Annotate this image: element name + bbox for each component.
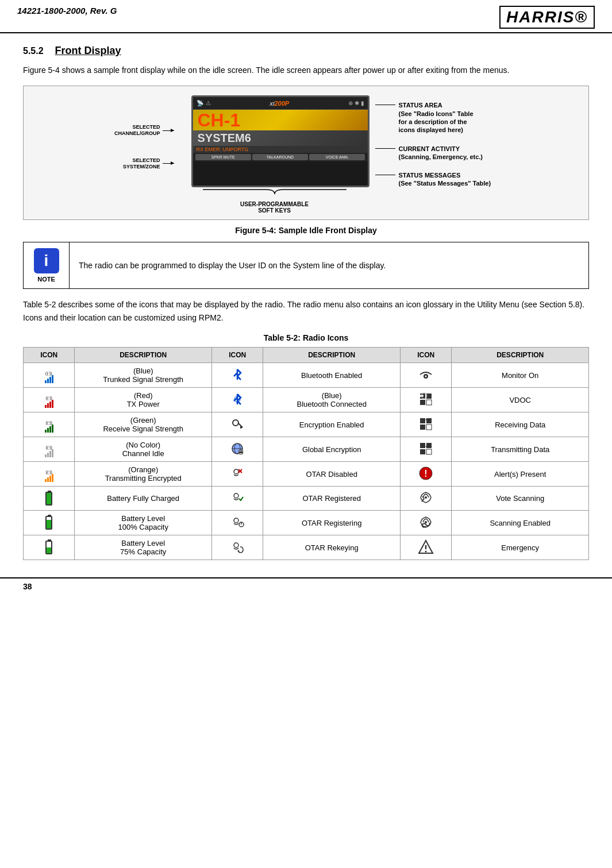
page-header: 14221-1800-2000, Rev. G HARRIS®	[0, 0, 612, 33]
screen-logo: Xl200P	[270, 100, 289, 107]
desc-cell-2: OTAR Rekeying	[263, 535, 401, 560]
icon-cell-1	[24, 535, 75, 560]
svg-rect-28	[426, 449, 432, 454]
right-labels: STATUS AREA(See "Radio Icons" Tablefor a…	[375, 95, 502, 198]
left-label-system: SELECTEDSYSTEM/ZONE	[111, 157, 174, 170]
icon-cell-2	[211, 388, 263, 412]
desc-cell-3: Receiving Data	[452, 412, 589, 437]
brace-bottom	[180, 188, 369, 199]
channel-arrow	[163, 130, 174, 131]
desc-cell-2: Bluetooth Enabled	[263, 363, 401, 388]
screen-icons: 📡 ⚠	[197, 100, 211, 106]
screen-soft-keys: SPKR MUTE TALKAROUND VOICE ANN.	[193, 153, 368, 161]
desc-cell-2: OTAR Registering	[263, 511, 401, 535]
icon-cell-2	[211, 437, 263, 462]
desc-cell-1: (Red)TX Power	[75, 388, 212, 412]
icon-cell-3	[400, 437, 451, 462]
desc-cell-3: Transmitting Data	[452, 437, 589, 462]
status-messages-line	[375, 175, 395, 175]
icon-cell-1: ((·))	[24, 388, 75, 412]
icon-cell-1: ((·))	[24, 437, 75, 462]
th-icon2: ICON	[211, 348, 263, 363]
radio-screen: 📡 ⚠ Xl200P ⊕ ✱ ▮	[191, 95, 369, 187]
desc-cell-2: OTAR Disabled	[263, 462, 401, 487]
right-label-current-activity: CURRENT ACTIVITY(Scanning, Emergency, et…	[375, 145, 502, 161]
table-row: ((·)) (Red)TX Power (Blue)Bluetooth Conn…	[24, 388, 589, 412]
screen-top-bar: 📡 ⚠ Xl200P ⊕ ✱ ▮	[193, 97, 368, 110]
svg-point-39	[425, 521, 427, 523]
icon-cell-2	[211, 511, 263, 535]
svg-point-34	[425, 496, 427, 499]
icon-cell-3: !	[400, 462, 451, 487]
svg-point-30	[234, 469, 238, 474]
th-desc2: DESCRIPTION	[263, 348, 401, 363]
status-area-line	[375, 105, 395, 105]
icon-cell-3	[400, 363, 451, 388]
note-box: i NOTE The radio can be programmed to di…	[23, 242, 589, 289]
desc-cell-1: Battery Level100% Capacity	[75, 511, 212, 535]
circle-icon: ⊕	[348, 100, 353, 106]
page-content: 5.5.2 Front Display Figure 5-4 shows a s…	[0, 33, 612, 577]
soft-key-2[interactable]: TALKAROUND	[252, 154, 308, 160]
section-title: Front Display	[55, 45, 121, 57]
svg-point-33	[234, 493, 238, 498]
svg-rect-17	[426, 425, 432, 430]
note-label: NOTE	[37, 276, 55, 283]
table-header-row: ICON DESCRIPTION ICON DESCRIPTION ICON D…	[24, 348, 589, 363]
soft-keys-label: USER-PROGRAMMABLESOFT KEYS	[180, 201, 369, 214]
soft-key-3[interactable]: VOICE ANN.	[309, 154, 365, 160]
brace-svg	[191, 188, 358, 199]
icon-cell-3	[400, 487, 451, 511]
desc-cell-2: Encryption Enabled	[263, 412, 401, 437]
icon-cell-1	[24, 511, 75, 535]
table-row: Battery Level100% Capacity OTAR Register…	[24, 511, 589, 535]
status-area-text: STATUS AREA(See "Radio Icons" Tablefor a…	[399, 101, 474, 134]
svg-rect-24	[239, 452, 243, 453]
th-desc3: DESCRIPTION	[452, 348, 589, 363]
desc-cell-1: Battery Fully Charged	[75, 487, 212, 511]
icon-cell-2	[211, 412, 263, 437]
page-footer: 38	[0, 577, 612, 595]
screen-system: SYSTEM6	[193, 130, 368, 146]
desc-cell-1: Battery Level75% Capacity	[75, 535, 212, 560]
desc-cell-1: (Orange)Transmitting Encrypted	[75, 462, 212, 487]
svg-text:!: !	[425, 469, 428, 479]
icon-cell-1: ((·))	[24, 462, 75, 487]
icon-cell-1: ((·))	[24, 363, 75, 388]
icon-cell-1: ((·))	[24, 412, 75, 437]
desc-cell-1: (Blue)Trunked Signal Strength	[75, 363, 212, 388]
status-messages-text: STATUS MESSAGES(See "Status Messages" Ta…	[399, 171, 491, 188]
svg-marker-41	[237, 550, 240, 551]
desc-cell-2: OTAR Registered	[263, 487, 401, 511]
desc-cell-3: Vote Scanning	[452, 487, 589, 511]
right-label-status-area: STATUS AREA(See "Radio Icons" Tablefor a…	[375, 101, 502, 134]
info-icon: i	[34, 248, 59, 273]
svg-point-9	[421, 395, 424, 397]
table-row: Battery Level75% Capacity OTAR Rekeying …	[24, 535, 589, 560]
figure-caption: Figure 5-4: Sample Idle Front Display	[23, 226, 589, 235]
icon-cell-3	[400, 388, 451, 412]
th-icon3: ICON	[400, 348, 451, 363]
bluetooth-icon-screen: ✱	[355, 100, 359, 106]
svg-point-10	[233, 420, 238, 426]
svg-point-40	[234, 543, 238, 547]
soft-key-1[interactable]: SPKR MUTE	[195, 154, 251, 160]
svg-rect-27	[420, 449, 425, 454]
figure-container: SELECTEDCHANNEL/GROUP SELECTEDSYSTEM/ZON…	[23, 86, 589, 220]
section-heading: 5.5.2 Front Display	[23, 45, 589, 57]
svg-point-44	[425, 550, 427, 552]
icon-cell-2	[211, 363, 263, 388]
svg-rect-25	[420, 443, 425, 448]
table-row: ((·)) (Blue)Trunked Signal Strength Blue…	[24, 363, 589, 388]
note-icon-area: i NOTE	[24, 242, 70, 288]
th-desc1: DESCRIPTION	[75, 348, 212, 363]
icon-cell-3	[400, 412, 451, 437]
svg-rect-5	[420, 400, 425, 405]
icon-cell-3	[400, 535, 451, 560]
diagram-row: SELECTEDCHANNEL/GROUP SELECTEDSYSTEM/ZON…	[111, 95, 502, 214]
harris-logo: HARRIS®	[499, 6, 595, 29]
desc-cell-2: Global Encryption	[263, 437, 401, 462]
icon-cell-2	[211, 535, 263, 560]
svg-rect-16	[420, 425, 425, 430]
svg-rect-6	[426, 400, 432, 405]
